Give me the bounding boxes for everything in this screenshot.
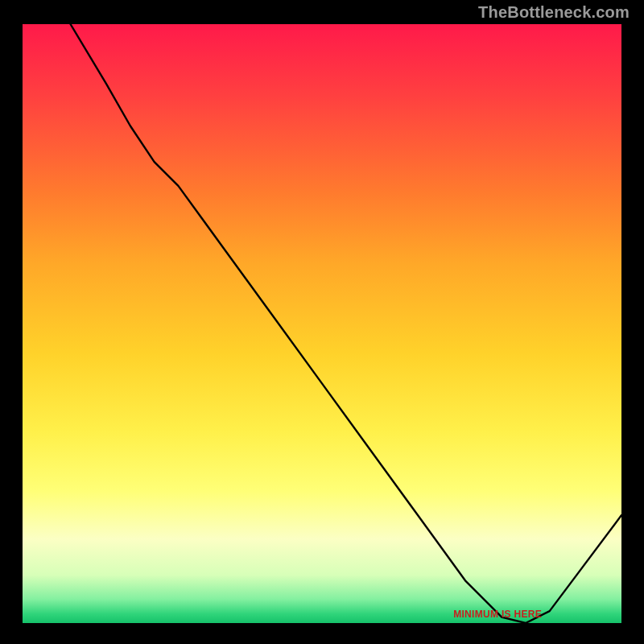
chart-stage: TheBottleneck.com MINIMUM IS HERE — [0, 0, 644, 644]
curve-path — [71, 24, 621, 623]
minimum-marker-label: MINIMUM IS HERE — [453, 609, 542, 620]
attribution-label: TheBottleneck.com — [478, 3, 630, 22]
plot-area: MINIMUM IS HERE — [23, 24, 621, 623]
bottleneck-curve — [23, 24, 621, 623]
